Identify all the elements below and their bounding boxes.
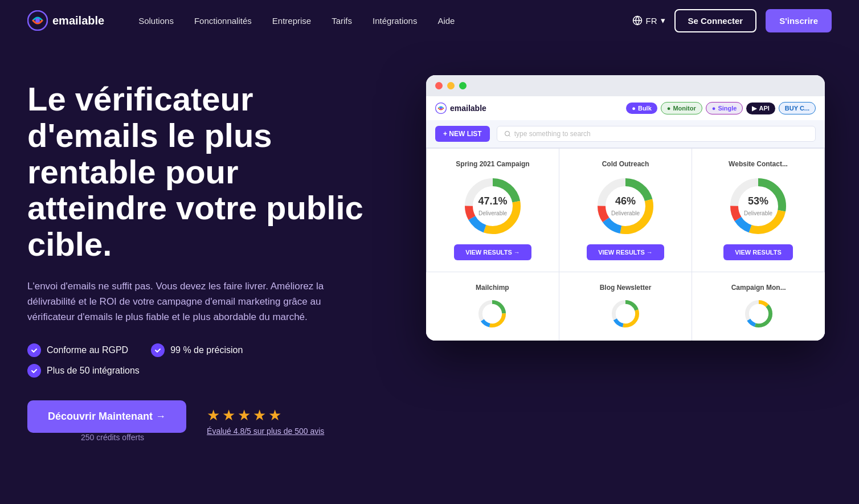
pill-api[interactable]: ▶ API [746, 103, 775, 114]
nav-right: FR ▾ Se Connecter S'inscrire [632, 9, 832, 32]
view-results-website[interactable]: VIEW RESULTS [723, 244, 793, 260]
rating-text[interactable]: Évalué 4.8/5 sur plus de 500 avis [207, 427, 324, 436]
card-spring-title: Spring 2021 Campaign [456, 160, 529, 168]
feature-rgpd: Conforme au RGPD [27, 343, 128, 357]
credits-text: 250 crédits offerts [39, 433, 186, 442]
globe-icon [632, 15, 643, 26]
logo[interactable]: emailable [27, 10, 104, 31]
svg-point-4 [440, 107, 442, 109]
donut-website-label: Deliverable [744, 210, 772, 216]
donut-spring-label: Deliverable [478, 210, 507, 216]
chevron-down-icon: ▾ [661, 15, 665, 26]
feature-integrations: Plus de 50 intégrations [27, 364, 140, 378]
search-bar[interactable]: type something to search [497, 126, 816, 142]
star-3: ★ [238, 407, 251, 424]
donut-spring: 47.1% Deliverable [461, 175, 524, 237]
app-logo-icon [435, 103, 447, 114]
donut-chart-mailchimp [469, 298, 515, 329]
features-list: Conforme au RGPD 99 % de précision [27, 343, 381, 378]
star-2: ★ [222, 407, 235, 424]
svg-point-5 [505, 132, 509, 136]
app-nav: emailable ● Bulk ● Monitor ● Single ▶ AP… [426, 96, 825, 120]
logo-text: emailable [52, 14, 104, 27]
donut-website-center: 53% Deliverable [744, 195, 772, 218]
donut-spring-center: 47.1% Deliverable [478, 195, 507, 218]
pill-buy[interactable]: BUY C... [779, 102, 816, 114]
app-mockup: emailable ● Bulk ● Monitor ● Single ▶ AP… [426, 75, 832, 341]
donut-cold-center: 46% Deliverable [611, 195, 640, 218]
dot-green [459, 82, 467, 89]
card-cold-title: Cold Outreach [602, 160, 649, 168]
cards-grid-bottom: Mailchimp Blog Newsletter [426, 272, 825, 341]
nav-aide[interactable]: Aide [437, 16, 455, 26]
card-mailchimp-title: Mailchimp [476, 284, 509, 292]
signup-button[interactable]: S'inscrire [766, 9, 832, 32]
search-placeholder: type something to search [514, 130, 591, 138]
dot-red [435, 82, 443, 89]
features-row-2: Plus de 50 intégrations [27, 364, 381, 378]
star-rating: ★ ★ ★ ★ ★ [207, 407, 324, 424]
checkmark-icon [154, 347, 161, 354]
star-1: ★ [207, 407, 220, 424]
nav-fonctionnalites[interactable]: Fonctionnalités [194, 16, 252, 26]
card-cold: Cold Outreach 46% Deliverable [559, 149, 692, 272]
card-website: Website Contact... 53% Deliverable [692, 149, 824, 272]
card-spring: Spring 2021 Campaign [427, 149, 559, 272]
search-icon [504, 130, 511, 137]
svg-point-1 [35, 18, 40, 23]
rating-area: ★ ★ ★ ★ ★ Évalué 4.8/5 sur plus de 500 a… [207, 407, 324, 436]
app-logo: emailable [435, 103, 486, 114]
hero-left: Le vérificateur d'emails le plus rentabl… [27, 75, 381, 449]
feature-rgpd-label: Conforme au RGPD [47, 345, 128, 355]
star-4: ★ [253, 407, 266, 424]
checkmark-icon [31, 367, 38, 374]
language-selector[interactable]: FR ▾ [632, 15, 665, 26]
donut-website-pct: 53% [744, 195, 772, 207]
nav-links: Solutions Fonctionnalités Entreprise Tar… [138, 16, 632, 26]
nav-integrations[interactable]: Intégrations [373, 16, 417, 26]
window-nav-pills: ● Bulk ● Monitor ● Single ▶ API BUY C... [626, 102, 816, 114]
app-logo-text: emailable [450, 104, 486, 113]
logo-icon [27, 10, 48, 31]
navbar: emailable Solutions Fonctionnalités Entr… [0, 0, 859, 41]
feature-integrations-label: Plus de 50 intégrations [47, 366, 140, 376]
card-campaign-mon: Campaign Mon... [692, 272, 825, 341]
hero-title: Le vérificateur d'emails le plus rentabl… [27, 81, 381, 263]
pill-monitor[interactable]: ● Monitor [661, 102, 702, 114]
check-icon-precision [151, 343, 165, 357]
checkmark-icon [31, 347, 38, 354]
nav-solutions[interactable]: Solutions [138, 16, 174, 26]
card-website-title: Website Contact... [729, 160, 788, 168]
feature-precision: 99 % de précision [151, 343, 243, 357]
hero-subtitle: L'envoi d'emails ne suffit pas. Vous dev… [27, 278, 358, 325]
login-button[interactable]: Se Connecter [674, 9, 757, 32]
donut-spring-pct: 47.1% [478, 195, 507, 207]
view-results-spring[interactable]: VIEW RESULTS → [454, 244, 531, 260]
nav-entreprise[interactable]: Entreprise [272, 16, 311, 26]
new-list-button[interactable]: + NEW LIST [435, 126, 490, 142]
donut-cold-label: Deliverable [611, 210, 640, 216]
nav-tarifs[interactable]: Tarifs [332, 16, 352, 26]
donut-cold: 46% Deliverable [594, 175, 657, 237]
card-mailchimp: Mailchimp [426, 272, 559, 341]
card-blog: Blog Newsletter [559, 272, 692, 341]
pill-bulk[interactable]: ● Bulk [626, 103, 657, 114]
lang-label: FR [646, 16, 657, 26]
donut-chart-campaign [736, 298, 782, 329]
donut-cold-pct: 46% [611, 195, 640, 207]
card-blog-title: Blog Newsletter [600, 284, 652, 292]
dot-yellow [447, 82, 455, 89]
view-results-cold[interactable]: VIEW RESULTS → [587, 244, 664, 260]
donut-chart-blog [603, 298, 648, 329]
pill-single[interactable]: ● Single [706, 102, 743, 114]
check-icon-rgpd [27, 343, 41, 357]
check-icon-integrations [27, 364, 41, 378]
donut-website: 53% Deliverable [727, 175, 790, 237]
window-titlebar [426, 75, 825, 96]
app-toolbar: + NEW LIST type something to search [426, 120, 825, 148]
cards-grid-top: Spring 2021 Campaign [426, 148, 825, 272]
star-5: ★ [268, 407, 281, 424]
cta-button[interactable]: Découvrir Maintenant → [27, 400, 186, 433]
card-campaign-mon-title: Campaign Mon... [731, 284, 786, 292]
features-row-1: Conforme au RGPD 99 % de précision [27, 343, 381, 357]
